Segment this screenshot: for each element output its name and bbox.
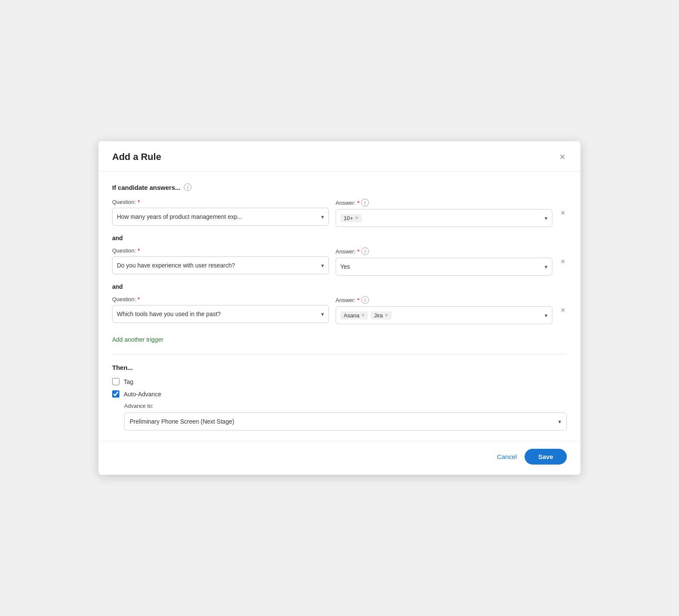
answer-chevron-2: ▾ [545, 264, 548, 270]
trigger-fields-2: Question: * Do you have experience with … [112, 247, 567, 276]
question-chevron-2: ▾ [321, 262, 324, 269]
add-trigger-button[interactable]: Add another trigger [112, 336, 163, 343]
question-select-1[interactable]: How many years of product management exp… [112, 208, 329, 226]
then-heading: Then... [112, 364, 567, 371]
then-section: Then... Tag Auto-Advance Advance to: Pre… [112, 364, 567, 430]
advance-to-label: Advance to: [124, 403, 567, 409]
and-label-3: and [112, 283, 567, 290]
close-button[interactable]: × [558, 151, 567, 163]
modal-footer: Cancel Save [99, 441, 580, 475]
question-label-2: Question: * [112, 247, 329, 254]
answer-tag-3-1: Jira × [371, 311, 392, 320]
add-rule-modal: Add a Rule × If candidate answers... i Q… [99, 141, 580, 475]
question-select-3[interactable]: Which tools have you used in the past? ▾ [112, 305, 329, 323]
remove-tag-3-0[interactable]: × [362, 312, 365, 318]
trigger-row-3: and Question: * Which tools have you use… [112, 283, 567, 324]
if-info-icon: i [184, 183, 192, 191]
remove-tag-3-1[interactable]: × [385, 312, 388, 318]
remove-trigger-1[interactable]: × [559, 209, 567, 217]
answer-chevron-3: ▾ [545, 312, 548, 319]
answer-label-2: Answer: * i [336, 247, 552, 255]
modal-body: If candidate answers... i Question: * Ho… [99, 171, 580, 441]
modal-title: Add a Rule [112, 151, 161, 163]
tag-row: Tag [112, 378, 567, 385]
answer-info-icon-1: i [361, 199, 369, 206]
remove-trigger-3[interactable]: × [559, 306, 567, 314]
answer-select-2[interactable]: Yes ▾ [336, 258, 552, 276]
section-divider [112, 354, 567, 354]
modal-header: Add a Rule × [99, 141, 580, 171]
and-label-2: and [112, 235, 567, 241]
question-group-3: Question: * Which tools have you used in… [112, 296, 329, 323]
answer-group-2: Answer: * i Yes ▾ [336, 247, 552, 276]
trigger-fields-3: Question: * Which tools have you used in… [112, 296, 567, 324]
answer-group-3: Answer: * i Asana × Jira × ▾ [336, 296, 552, 324]
trigger-fields-1: Question: * How many years of product ma… [112, 199, 567, 227]
advance-chevron: ▾ [558, 418, 561, 425]
trigger-row-2: and Question: * Do you have experience w… [112, 235, 567, 276]
question-label-3: Question: * [112, 296, 329, 302]
advance-to-select[interactable]: Preliminary Phone Screen (Next Stage) ▾ [124, 413, 567, 430]
if-section-heading: If candidate answers... i [112, 183, 567, 191]
question-select-2[interactable]: Do you have experience with user researc… [112, 256, 329, 274]
answer-tag-3-0: Asana × [340, 311, 368, 320]
question-group-2: Question: * Do you have experience with … [112, 247, 329, 274]
question-chevron-1: ▾ [321, 214, 324, 220]
cancel-button[interactable]: Cancel [497, 453, 517, 460]
auto-advance-label: Auto-Advance [124, 391, 161, 398]
question-label-1: Question: * [112, 199, 329, 205]
auto-advance-row: Auto-Advance [112, 390, 567, 398]
answer-chevron-1: ▾ [545, 215, 548, 221]
tag-checkbox[interactable] [112, 378, 119, 385]
answer-label-3: Answer: * i [336, 296, 552, 304]
answer-tag-1-0: 10+ × [340, 214, 362, 222]
question-group-1: Question: * How many years of product ma… [112, 199, 329, 226]
save-button[interactable]: Save [525, 449, 567, 465]
trigger-row-1: Question: * How many years of product ma… [112, 199, 567, 227]
remove-trigger-2[interactable]: × [559, 258, 567, 265]
advance-to-value: Preliminary Phone Screen (Next Stage) [130, 418, 555, 425]
answer-info-icon-2: i [361, 247, 369, 255]
tag-label: Tag [124, 378, 133, 385]
answer-select-3[interactable]: Asana × Jira × ▾ [336, 306, 552, 324]
answer-label-1: Answer: * i [336, 199, 552, 206]
question-chevron-3: ▾ [321, 311, 324, 317]
auto-advance-checkbox[interactable] [112, 390, 119, 398]
remove-tag-1-0[interactable]: × [355, 215, 358, 221]
answer-info-icon-3: i [361, 296, 369, 304]
answer-group-1: Answer: * i 10+ × ▾ [336, 199, 552, 227]
answer-select-1[interactable]: 10+ × ▾ [336, 209, 552, 227]
